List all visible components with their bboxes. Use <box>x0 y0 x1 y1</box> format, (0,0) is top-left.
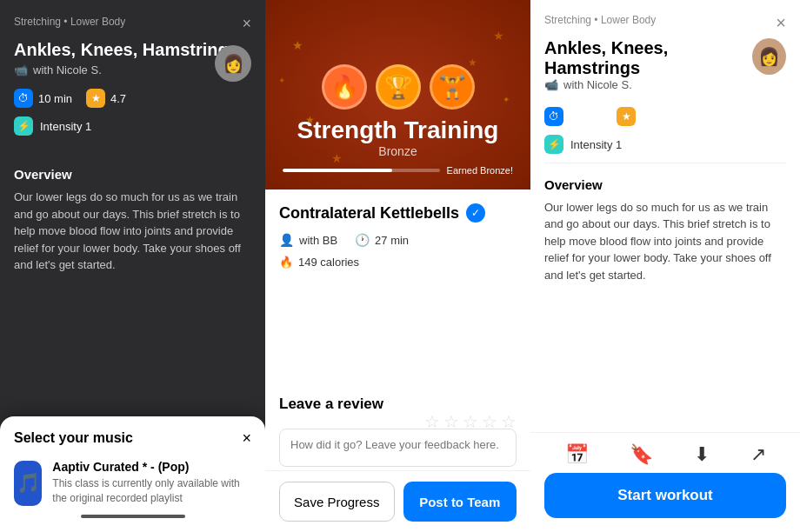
achievement-banner: ★ ✦ ★ ★ ✦ ★ ✦ ★ 🔥 🏆 🏋️ Strength Training… <box>265 0 530 190</box>
calories-value: 149 calories <box>298 256 359 269</box>
music-overlay-header: Select your music × <box>14 430 251 446</box>
music-thumbnail: 🎵 <box>14 461 42 506</box>
left-breadcrumb: Stretching • Lower Body <box>14 16 125 28</box>
achievement-sub: Bronze <box>378 144 417 158</box>
music-item: 🎵 Aaptiv Curated * - (Pop) This class is… <box>14 460 251 506</box>
right-intensity-icon: ⚡ <box>544 135 563 154</box>
left-overview: Overview Our lower legs do so much for u… <box>0 167 265 274</box>
progress-label: Earned Bronze! <box>447 165 513 176</box>
clock-icon: 🕐 <box>355 233 370 247</box>
review-title: Leave a review <box>279 396 383 413</box>
right-rating-icon: ★ <box>617 107 636 126</box>
progress-bar-fill <box>283 169 392 172</box>
right-workout-card: Stretching • Lower Body × Ankles, Knees,… <box>530 0 800 163</box>
bookmark-icon[interactable]: 🔖 <box>630 443 653 466</box>
right-intensity-row: ⚡ Intensity 1 <box>544 135 786 154</box>
share-icon[interactable]: ↗ <box>750 443 766 466</box>
right-intensity-label: Intensity 1 <box>570 138 622 151</box>
intensity-label: Intensity 1 <box>40 120 91 133</box>
right-video-icon: 📹 <box>544 78 558 91</box>
right-avatar: 👩 <box>752 38 786 75</box>
right-breadcrumb: Stretching • Lower Body <box>544 14 656 26</box>
download-icon[interactable]: ⬇ <box>694 443 710 466</box>
workout-meta: 👤 with BB 🕐 27 min <box>279 233 517 247</box>
rating-stat: ★ 4.7 <box>86 89 126 108</box>
review-section: Leave a review ☆ ☆ ☆ ☆ ☆ <box>265 396 530 470</box>
progress-bar-background <box>283 169 440 172</box>
calories-row: 🔥 149 calories <box>279 256 517 269</box>
right-close-button[interactable]: × <box>776 14 786 31</box>
trophy-icon: 🏆 <box>376 64 421 110</box>
achievement-icons: 🔥 🏆 🏋️ <box>322 64 475 110</box>
review-header: Leave a review ☆ ☆ ☆ ☆ ☆ <box>279 396 517 422</box>
intensity-icon: ⚡ <box>14 116 33 136</box>
instructor-icon: 👤 <box>279 233 294 247</box>
right-time-icon: ⏱ <box>544 107 563 126</box>
post-to-team-button[interactable]: Post to Team <box>403 482 517 522</box>
fire-icon: 🔥 <box>322 64 367 110</box>
right-overview-title: Overview <box>544 177 786 192</box>
music-close-button[interactable]: × <box>242 430 251 446</box>
rating-icon: ★ <box>86 89 105 108</box>
lift-icon: 🏋️ <box>430 64 475 110</box>
left-card-header: Stretching • Lower Body × <box>14 16 251 31</box>
music-overlay: Select your music × 🎵 Aaptiv Curated * -… <box>0 416 265 532</box>
left-overview-title: Overview <box>14 167 251 182</box>
right-stats-row: ⏱ 10 min ★ 4.7 <box>544 107 786 126</box>
right-rating-value: 4.7 <box>641 110 657 123</box>
duration-meta: 🕐 27 min <box>355 233 409 247</box>
right-workout-title: Ankles, Knees, Hamstrings <box>544 38 752 78</box>
time-stat: ⏱ 10 min <box>14 89 72 108</box>
right-overview-text: Our lower legs do so much for us as we t… <box>544 199 786 284</box>
left-overview-text: Our lower legs do so much for us as we t… <box>14 189 251 274</box>
rating-value: 4.7 <box>110 92 126 105</box>
right-card-header: Stretching • Lower Body × <box>544 14 786 31</box>
middle-workout-name: Contralateral Kettlebells <box>279 204 459 223</box>
panel-middle: ★ ✦ ★ ★ ✦ ★ ✦ ★ 🔥 🏆 🏋️ Strength Training… <box>265 0 530 532</box>
home-indicator <box>81 515 185 518</box>
left-avatar: 👩 <box>215 45 251 82</box>
right-instructor-name: with Nicole S. <box>563 78 632 91</box>
instructor-name: with Nicole S. <box>33 63 102 76</box>
duration-value: 27 min <box>375 234 409 247</box>
instructor-name: with BB <box>299 234 337 247</box>
achievement-title: Strength Training <box>297 116 499 144</box>
music-overlay-title: Select your music <box>14 430 133 446</box>
workout-name-row: Contralateral Kettlebells ✓ <box>279 203 517 223</box>
verified-badge: ✓ <box>466 203 485 223</box>
review-input[interactable] <box>279 429 517 467</box>
right-instructor: 📹 with Nicole S. <box>544 78 752 91</box>
bottom-actions: Save Progress Post to Team <box>265 470 530 532</box>
video-icon: 📹 <box>14 63 28 76</box>
right-time-stat: ⏱ 10 min <box>544 107 603 126</box>
music-name: Aaptiv Curated * - (Pop) <box>52 460 251 474</box>
panel-left: Stretching • Lower Body × Ankles, Knees,… <box>0 0 265 532</box>
left-workout-card: Stretching • Lower Body × Ankles, Knees,… <box>0 0 265 167</box>
left-intensity-row: ⚡ Intensity 1 <box>14 116 251 136</box>
progress-row: Earned Bronze! <box>265 165 530 176</box>
panel-right: Stretching • Lower Body × Ankles, Knees,… <box>530 0 800 532</box>
instructor-meta: 👤 with BB <box>279 233 337 247</box>
right-time-value: 10 min <box>569 110 603 123</box>
flame-icon: 🔥 <box>279 256 293 269</box>
left-close-button[interactable]: × <box>242 16 251 31</box>
time-value: 10 min <box>38 92 72 105</box>
right-overview: Overview Our lower legs do so much for u… <box>530 177 800 284</box>
save-progress-button[interactable]: Save Progress <box>279 482 395 522</box>
right-divider <box>544 163 786 163</box>
time-icon: ⏱ <box>14 89 33 108</box>
music-description: This class is currently only available w… <box>52 476 251 506</box>
start-workout-button[interactable]: Start workout <box>544 473 786 518</box>
left-stats-row: ⏱ 10 min ★ 4.7 <box>14 89 251 108</box>
music-info: Aaptiv Curated * - (Pop) This class is c… <box>52 460 251 506</box>
right-rating-stat: ★ 4.7 <box>617 107 657 126</box>
right-bottom-toolbar: 📅 🔖 ⬇ ↗ <box>530 432 800 473</box>
middle-workout-info: Contralateral Kettlebells ✓ 👤 with BB 🕐 … <box>265 190 530 387</box>
right-title-row: Ankles, Knees, Hamstrings 📹 with Nicole … <box>544 38 786 103</box>
calendar-icon[interactable]: 📅 <box>565 443 589 466</box>
